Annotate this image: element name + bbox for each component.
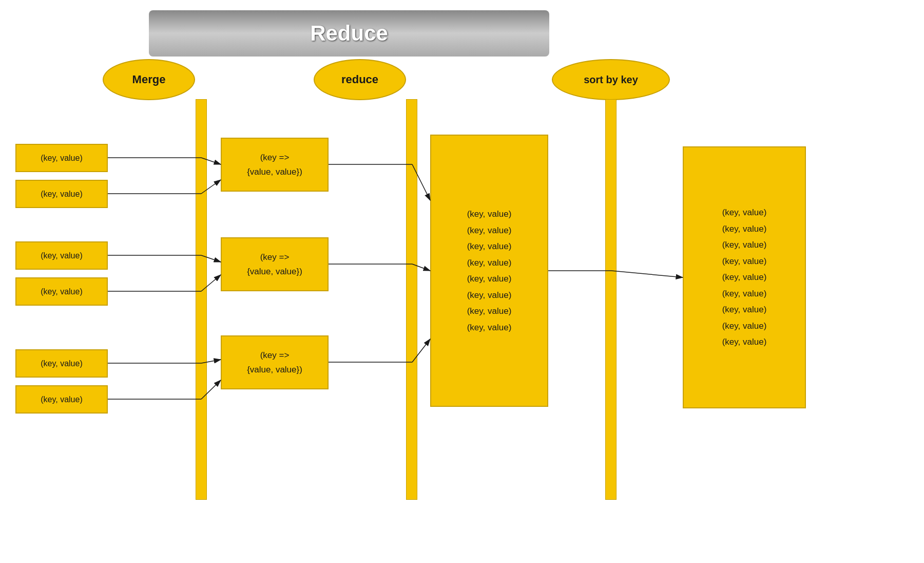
title-banner: Reduce <box>149 10 549 57</box>
reduce-ellipse: reduce <box>314 59 406 100</box>
merged-box-1: (key => {value, value}) <box>221 138 329 192</box>
sort-by-key-ellipse: sort by key <box>552 59 670 100</box>
reduced-box: (key, value) (key, value) (key, value) (… <box>430 135 548 407</box>
sort-by-key-pole <box>605 99 617 500</box>
input-box-4: (key, value) <box>15 277 108 306</box>
input-box-3: (key, value) <box>15 241 108 270</box>
title-text: Reduce <box>310 21 388 46</box>
svg-line-20 <box>611 271 683 277</box>
diagram-container: Reduce Merge reduce sort by key (key, va… <box>0 0 924 563</box>
input-box-6: (key, value) <box>15 385 108 414</box>
merged-box-2: (key => {value, value}) <box>221 237 329 291</box>
input-box-1: (key, value) <box>15 144 108 172</box>
input-box-5: (key, value) <box>15 349 108 378</box>
reduce-pole <box>406 99 417 500</box>
input-box-2: (key, value) <box>15 180 108 208</box>
merged-box-3: (key => {value, value}) <box>221 335 329 389</box>
merge-pole <box>196 99 207 500</box>
sorted-box: (key, value) (key, value) (key, value) (… <box>683 146 806 408</box>
merge-ellipse: Merge <box>103 59 195 100</box>
